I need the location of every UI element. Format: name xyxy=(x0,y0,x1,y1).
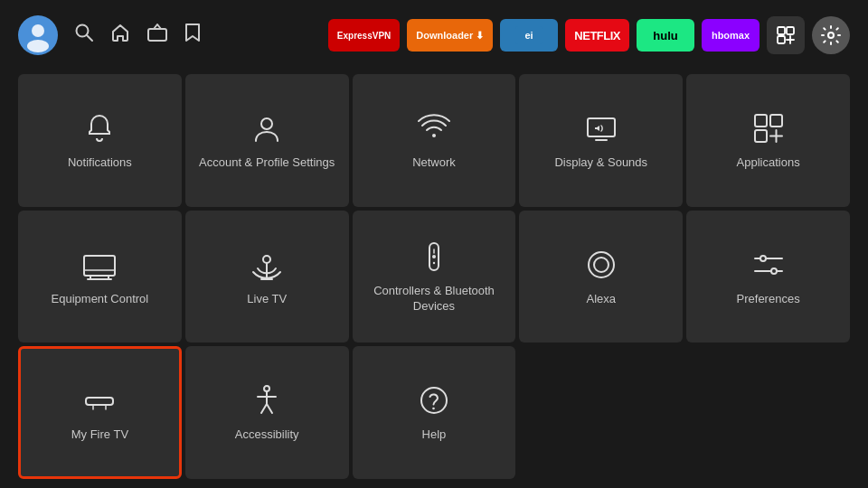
app-downloader[interactable]: Downloader ⬇ xyxy=(407,19,493,52)
svg-rect-17 xyxy=(770,115,782,127)
grid-item-display-sounds[interactable]: Display & Sounds xyxy=(519,74,683,207)
wifi-icon xyxy=(416,110,452,146)
preferences-label: Preferences xyxy=(737,292,800,307)
svg-rect-21 xyxy=(84,256,115,276)
svg-point-38 xyxy=(771,268,777,274)
grid-item-preferences[interactable]: Preferences xyxy=(686,211,850,343)
svg-point-31 xyxy=(432,255,436,258)
svg-rect-16 xyxy=(755,115,767,127)
accessibility-label: Accessibility xyxy=(235,427,299,443)
grid-item-applications[interactable]: Applications xyxy=(686,74,850,207)
bell-icon xyxy=(81,110,118,146)
grid-item-accessibility[interactable]: Accessibility xyxy=(185,346,349,479)
alexa-icon xyxy=(583,247,619,283)
grid-item-equipment-control[interactable]: Equipment Control xyxy=(18,211,182,343)
svg-point-1 xyxy=(27,40,49,52)
svg-text:ei: ei xyxy=(525,30,533,41)
svg-point-33 xyxy=(589,252,614,277)
grid-item-network[interactable]: Network xyxy=(353,74,516,207)
svg-point-48 xyxy=(432,408,435,410)
remote-icon xyxy=(416,239,452,275)
antenna-icon xyxy=(249,247,285,283)
sliders-icon xyxy=(750,247,787,283)
svg-rect-7 xyxy=(778,27,785,34)
applications-label: Applications xyxy=(737,155,800,171)
svg-rect-9 xyxy=(778,36,785,43)
bookmark-icon[interactable] xyxy=(184,23,201,48)
app-expressvpn[interactable]: ExpressVPN xyxy=(328,19,400,52)
settings-cog-icon[interactable] xyxy=(812,16,850,54)
svg-rect-39 xyxy=(86,398,113,405)
live-tv-label: Live TV xyxy=(247,292,287,307)
svg-line-46 xyxy=(267,404,272,413)
add-apps-icon[interactable] xyxy=(767,16,805,54)
grid-item-my-fire-tv[interactable]: My Fire TV xyxy=(18,346,182,479)
svg-line-3 xyxy=(87,35,92,41)
apps-icon xyxy=(750,110,787,146)
controllers-label: Controllers & Bluetooth Devices xyxy=(362,284,507,314)
accessibility-icon xyxy=(249,382,285,418)
live-tv-nav-icon[interactable] xyxy=(146,23,168,48)
equipment-control-label: Equipment Control xyxy=(52,292,149,307)
grid-item-empty1 xyxy=(519,346,683,479)
display-sounds-label: Display & Sounds xyxy=(554,155,647,171)
svg-rect-14 xyxy=(588,118,615,136)
svg-point-12 xyxy=(828,33,834,38)
grid-item-controllers[interactable]: Controllers & Bluetooth Devices xyxy=(353,211,516,343)
svg-point-13 xyxy=(261,118,272,129)
grid-item-alexa[interactable]: Alexa xyxy=(519,211,683,343)
alexa-label: Alexa xyxy=(587,292,617,307)
app-hulu[interactable]: hulu xyxy=(637,19,694,52)
display-icon xyxy=(583,110,619,146)
network-label: Network xyxy=(412,155,456,171)
app-netflix[interactable]: NETFLIX xyxy=(565,19,629,52)
svg-point-34 xyxy=(594,258,609,272)
svg-line-45 xyxy=(261,404,267,413)
grid-item-empty2 xyxy=(686,346,850,479)
grid-item-help[interactable]: Help xyxy=(353,346,516,479)
nav-left xyxy=(18,15,201,55)
notifications-label: Notifications xyxy=(68,155,132,171)
help-label: Help xyxy=(422,427,447,443)
person-icon xyxy=(249,110,285,146)
help-icon xyxy=(416,382,452,418)
grid-item-live-tv[interactable]: Live TV xyxy=(185,211,349,343)
grid-item-notifications[interactable]: Notifications xyxy=(18,74,182,207)
svg-point-27 xyxy=(263,256,270,263)
svg-point-0 xyxy=(32,24,44,37)
svg-rect-18 xyxy=(755,130,767,142)
firetv-icon xyxy=(81,382,118,418)
app-hbomax[interactable]: hbomax xyxy=(702,19,760,52)
account-label: Account & Profile Settings xyxy=(199,155,335,171)
search-icon[interactable] xyxy=(74,23,94,48)
home-icon[interactable] xyxy=(110,23,130,48)
tv-icon xyxy=(81,247,118,283)
svg-rect-4 xyxy=(148,29,166,41)
grid-item-account[interactable]: Account & Profile Settings xyxy=(185,74,349,207)
app-ei[interactable]: ei xyxy=(500,19,558,52)
top-nav: ExpressVPN Downloader ⬇ ei NETFLIX hulu … xyxy=(0,0,868,70)
svg-point-32 xyxy=(433,262,435,264)
settings-grid: Notifications Account & Profile Settings… xyxy=(0,70,868,488)
app-bar: ExpressVPN Downloader ⬇ ei NETFLIX hulu … xyxy=(328,16,850,54)
avatar[interactable] xyxy=(18,15,58,55)
svg-point-36 xyxy=(760,256,766,261)
svg-rect-8 xyxy=(787,27,794,34)
my-fire-tv-label: My Fire TV xyxy=(71,427,128,443)
